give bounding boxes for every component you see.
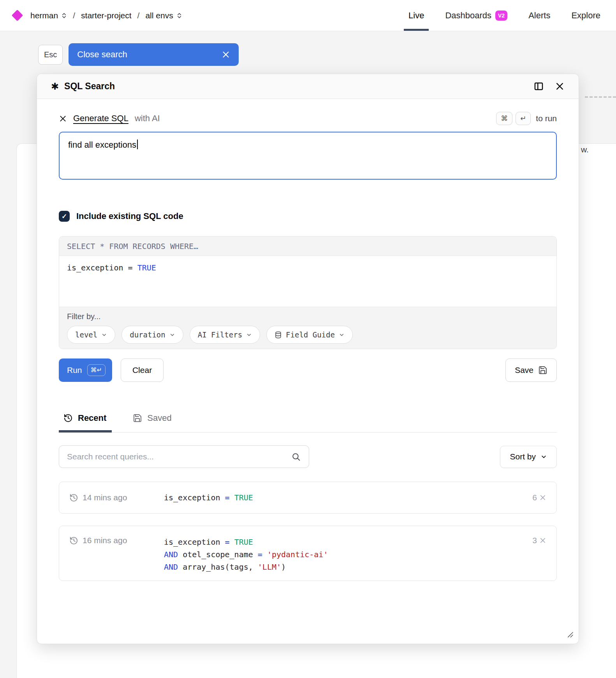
include-sql-label: Include existing SQL code (76, 211, 183, 221)
run-shortcut-badge: ⌘↵ (87, 364, 106, 376)
esc-key-hint[interactable]: Esc (38, 45, 63, 65)
tab-label: Recent (78, 413, 106, 423)
clear-button[interactable]: Clear (121, 358, 164, 382)
nav-label: Alerts (528, 11, 550, 21)
nav-label: Dashboards (445, 11, 491, 21)
history-icon (63, 413, 73, 423)
dock-to-side-icon[interactable] (533, 81, 544, 92)
tab-saved[interactable]: Saved (127, 404, 177, 432)
with-ai-label: with AI (135, 113, 160, 124)
nav-label: Explore (571, 11, 600, 21)
search-icon[interactable] (291, 452, 301, 462)
recent-search-input[interactable] (67, 452, 291, 461)
save-icon (133, 413, 142, 423)
remove-query-icon[interactable] (539, 494, 546, 501)
chevron-down-icon (246, 332, 252, 338)
nav-item-explore[interactable]: Explore (571, 0, 600, 31)
breadcrumb-project[interactable]: starter-project (81, 11, 132, 20)
chevron-down-icon (169, 332, 175, 338)
ai-prompt-value: find all exceptions (68, 140, 136, 150)
include-sql-checkbox-row[interactable]: ✓ Include existing SQL code (59, 211, 183, 222)
history-icon (69, 493, 78, 502)
save-button[interactable]: Save (505, 358, 557, 382)
modal-content: Generate SQL with AI ⌘ ↵ to run find all… (59, 99, 557, 644)
filter-chip-duration[interactable]: duration (121, 326, 183, 344)
sort-by-label: Sort by (510, 452, 536, 461)
filter-chip-ai-filters[interactable]: AI Filters (190, 326, 260, 344)
run-label: Run (67, 365, 82, 375)
to-run-label: to run (536, 114, 557, 123)
filter-by-label: Filter by... (67, 312, 549, 321)
chevron-down-icon (339, 332, 345, 338)
sql-search-star-icon: ✱ (51, 81, 59, 92)
query-run-count: 6 (532, 493, 546, 502)
timestamp-text: 16 mins ago (83, 536, 127, 545)
query-timestamp: 14 mins ago (69, 493, 149, 502)
query-timestamp: 16 mins ago (69, 536, 149, 545)
cmd-key: ⌘ (496, 112, 512, 125)
chevron-up-down-icon (61, 12, 67, 19)
modal-title: ✱ SQL Search (51, 81, 115, 92)
enter-key: ↵ (516, 112, 531, 125)
run-button[interactable]: Run ⌘↵ (59, 358, 112, 382)
nav-item-dashboards[interactable]: DashboardsV2 (445, 0, 507, 31)
modal-header: ✱ SQL Search (37, 74, 579, 99)
breadcrumb-org[interactable]: herman (30, 11, 67, 20)
save-label: Save (515, 365, 533, 375)
tab-recent[interactable]: Recent (59, 404, 112, 432)
sql-editor-placeholder: SELECT * FROM RECORDS WHERE… (59, 237, 556, 256)
close-search-button[interactable]: Close search (69, 43, 239, 66)
timestamp-text: 14 mins ago (83, 493, 127, 502)
nav-label: Live (408, 11, 424, 21)
ai-prompt-input[interactable]: find all exceptions (59, 132, 557, 180)
breadcrumb-env[interactable]: all envs (145, 11, 182, 20)
chip-label: Field Guide (286, 330, 335, 339)
sql-search-modal: ✱ SQL Search Generate SQL with AI ⌘ ↵ to… (37, 74, 579, 644)
filter-chip-level[interactable]: level (67, 326, 115, 344)
query-sql: is_exception = TRUE (164, 491, 253, 504)
background-partial-text: w. (581, 145, 589, 154)
breadcrumb-separator: / (73, 11, 75, 20)
breadcrumb-separator: / (137, 11, 140, 20)
chip-label: AI Filters (198, 330, 242, 339)
generate-sql-link[interactable]: Generate SQL (73, 113, 128, 124)
include-sql-checkbox[interactable]: ✓ (59, 211, 70, 222)
count-value: 3 (532, 536, 537, 545)
chevron-down-icon (101, 332, 107, 338)
recent-query-row[interactable]: 16 mins ago is_exception = TRUE AND otel… (59, 526, 557, 581)
close-search-banner: Esc Close search (38, 43, 239, 66)
v2-badge: V2 (495, 11, 507, 21)
history-icon (69, 536, 78, 545)
close-modal-icon[interactable] (555, 81, 565, 91)
text-cursor (137, 139, 138, 149)
background-dashed-line (585, 96, 616, 98)
filter-chip-field-guide[interactable]: Field Guide (266, 326, 353, 344)
chevron-up-down-icon (176, 12, 182, 19)
sort-by-button[interactable]: Sort by (500, 446, 557, 468)
history-tabs: Recent Saved (59, 404, 557, 433)
remove-query-icon[interactable] (539, 537, 546, 544)
modal-title-text: SQL Search (64, 81, 115, 92)
query-sql: is_exception = TRUE AND otel_scope_name … (164, 536, 328, 573)
breadcrumb: herman / starter-project / all envs (12, 11, 182, 20)
nav-menu: Live DashboardsV2 Alerts Explore (408, 0, 600, 31)
nav-item-live[interactable]: Live (408, 0, 424, 31)
close-search-label: Close search (77, 49, 127, 60)
nav-item-alerts[interactable]: Alerts (528, 0, 550, 31)
query-run-count: 3 (532, 536, 546, 545)
recent-search-box (59, 445, 309, 468)
project-name: starter-project (81, 11, 132, 20)
top-navigation: herman / starter-project / all envs Live… (0, 0, 616, 31)
chevron-down-icon (540, 454, 547, 460)
sql-editor-filters: Filter by... level duration AI Filters (59, 307, 556, 349)
env-name: all envs (145, 11, 173, 20)
sql-editor: SELECT * FROM RECORDS WHERE… is_exceptio… (59, 236, 557, 349)
sql-editor-code[interactable]: is_exception = TRUE (59, 256, 556, 307)
resize-handle[interactable] (567, 631, 574, 640)
recent-query-row[interactable]: 14 mins ago is_exception = TRUE 6 (59, 482, 557, 514)
dismiss-generate-icon[interactable] (59, 115, 67, 123)
count-value: 6 (532, 493, 537, 502)
logfire-logo-icon[interactable] (12, 10, 23, 21)
org-name: herman (30, 11, 58, 20)
run-shortcut-hint: ⌘ ↵ to run (496, 112, 557, 125)
